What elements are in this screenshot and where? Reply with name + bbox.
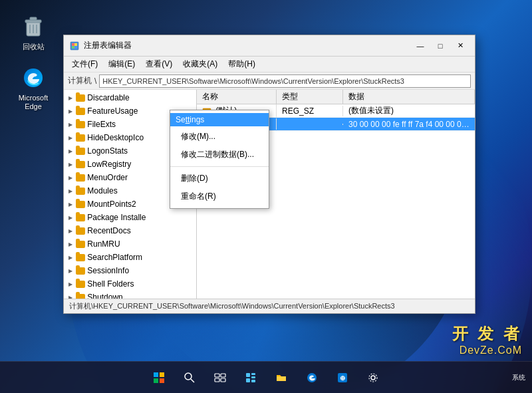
close-button[interactable]: ✕ bbox=[451, 39, 469, 53]
col-type: 类型 bbox=[277, 90, 343, 104]
desktop-icons-container: 回收站 MicrosoftEdge bbox=[13, 13, 53, 112]
svg-rect-7 bbox=[72, 43, 74, 46]
ctx-item-delete[interactable]: 删除(D) bbox=[170, 170, 269, 188]
context-menu: Settings 修改(M)... 修改二进制数据(B)... 删除(D) 重命… bbox=[170, 110, 269, 209]
svg-point-31 bbox=[307, 373, 317, 382]
regedit-window: 注册表编辑器 — □ ✕ 文件(F) 编辑(E) 查看(V) 收藏夹(A) 帮助… bbox=[63, 35, 475, 314]
tree-item-shellfolders[interactable]: ▶ Shell Folders bbox=[64, 277, 196, 291]
svg-rect-28 bbox=[246, 378, 250, 382]
window-title: 注册表编辑器 bbox=[84, 40, 411, 51]
svg-rect-1 bbox=[25, 20, 41, 23]
taskbar: ⊕ 系统 bbox=[0, 361, 532, 393]
svg-point-35 bbox=[369, 374, 377, 382]
recycle-bin-icon[interactable]: 回收站 bbox=[13, 13, 53, 51]
value-type-default: REG_SZ bbox=[277, 106, 343, 116]
dev-top-text: 开 发 者 bbox=[452, 323, 522, 344]
developer-watermark: 开 发 者 DevZe.CoM bbox=[452, 323, 522, 356]
tree-item-runmru[interactable]: ▶ RunMRU bbox=[64, 237, 196, 251]
menu-file[interactable]: 文件(F) bbox=[66, 57, 103, 71]
taskbar-center: ⊕ bbox=[146, 364, 386, 391]
ctx-item-modify-binary[interactable]: 修改二进制数据(B)... bbox=[170, 146, 269, 164]
svg-rect-25 bbox=[246, 373, 250, 377]
svg-rect-27 bbox=[251, 376, 255, 378]
svg-rect-15 bbox=[154, 372, 158, 377]
widgets-button[interactable] bbox=[237, 364, 264, 391]
window-controls: — □ ✕ bbox=[411, 39, 469, 53]
store-button[interactable]: ⊕ bbox=[329, 364, 356, 391]
expand-arrow: ▶ bbox=[66, 94, 74, 102]
svg-rect-8 bbox=[74, 43, 77, 46]
svg-rect-9 bbox=[72, 46, 74, 49]
svg-point-34 bbox=[371, 376, 375, 380]
menu-help[interactable]: 帮助(H) bbox=[223, 57, 261, 71]
svg-rect-29 bbox=[251, 380, 255, 382]
menu-favorites[interactable]: 收藏夹(A) bbox=[178, 57, 223, 71]
maximize-button[interactable]: □ bbox=[431, 39, 450, 53]
address-label: 计算机 bbox=[68, 75, 92, 86]
menu-view[interactable]: 查看(V) bbox=[140, 57, 178, 71]
col-data: 数据 bbox=[343, 90, 475, 104]
content-area: ▶ Discardable ▶ FeatureUsage ▶ FileExts … bbox=[64, 90, 475, 299]
value-type-settings bbox=[277, 124, 343, 125]
svg-rect-22 bbox=[221, 374, 225, 377]
regedit-window-icon bbox=[69, 41, 80, 51]
svg-rect-16 bbox=[160, 372, 164, 377]
tree-item-searchplatform[interactable]: ▶ SearchPlatform bbox=[64, 251, 196, 264]
svg-text:⊕: ⊕ bbox=[340, 374, 345, 382]
tree-item-shutdown[interactable]: ▶ Shutdown bbox=[64, 291, 196, 299]
svg-rect-24 bbox=[221, 378, 225, 382]
edge-label: MicrosoftEdge bbox=[19, 94, 49, 111]
svg-point-19 bbox=[185, 373, 192, 380]
start-button[interactable] bbox=[146, 364, 172, 391]
ctx-item-modify[interactable]: 修改(M)... bbox=[170, 128, 269, 146]
status-bar: 计算机\HKEY_CURRENT_USER\Software\Microsoft… bbox=[64, 299, 475, 313]
svg-rect-23 bbox=[215, 378, 219, 382]
value-data-settings: 30 00 00 00 fe ff ff 7a f4 00 00 03 00 0… bbox=[343, 119, 475, 130]
menu-bar: 文件(F) 编辑(E) 查看(V) 收藏夹(A) 帮助(H) bbox=[64, 57, 475, 72]
tree-item-packageinstall[interactable]: ▶ Package Installe bbox=[64, 211, 196, 224]
title-bar: 注册表编辑器 — □ ✕ bbox=[64, 35, 475, 57]
taskbar-time: 系统 bbox=[512, 373, 525, 382]
ctx-separator-1 bbox=[170, 166, 269, 167]
menu-edit[interactable]: 编辑(E) bbox=[103, 57, 140, 71]
address-path-input[interactable] bbox=[99, 74, 471, 88]
tree-item-recentdocs[interactable]: ▶ RecentDocs bbox=[64, 224, 196, 237]
taskbar-right: 系统 bbox=[512, 373, 525, 382]
tree-item-discardable[interactable]: ▶ Discardable bbox=[64, 91, 196, 104]
svg-rect-10 bbox=[74, 46, 77, 49]
ctx-item-settings-highlight: Settings bbox=[170, 113, 269, 126]
col-name: 名称 bbox=[197, 90, 277, 104]
tree-item-sessioninfo[interactable]: ▶ SessionInfo bbox=[64, 264, 196, 277]
settings-button[interactable] bbox=[360, 364, 386, 391]
svg-rect-2 bbox=[30, 17, 37, 20]
svg-rect-17 bbox=[154, 378, 158, 383]
values-header: 名称 类型 数据 bbox=[197, 90, 475, 104]
svg-line-20 bbox=[191, 379, 194, 382]
taskview-button[interactable] bbox=[207, 364, 233, 391]
taskbar-edge-button[interactable] bbox=[299, 364, 325, 391]
recycle-bin-label: 回收站 bbox=[23, 43, 45, 51]
desktop: 回收站 MicrosoftEdge bbox=[0, 0, 532, 393]
explorer-button[interactable] bbox=[268, 364, 295, 391]
minimize-button[interactable]: — bbox=[411, 39, 430, 53]
folder-icon bbox=[76, 94, 85, 102]
search-button[interactable] bbox=[176, 364, 203, 391]
dev-bottom-text: DevZe.CoM bbox=[452, 344, 522, 356]
svg-rect-18 bbox=[160, 378, 164, 383]
svg-rect-26 bbox=[251, 373, 255, 375]
ctx-item-rename[interactable]: 重命名(R) bbox=[170, 188, 269, 205]
status-text: 计算机\HKEY_CURRENT_USER\Software\Microsoft… bbox=[69, 301, 395, 311]
edge-icon[interactable]: MicrosoftEdge bbox=[13, 65, 53, 111]
svg-rect-21 bbox=[215, 374, 219, 377]
value-data-default: (数值未设置) bbox=[343, 104, 475, 117]
svg-rect-30 bbox=[277, 376, 286, 381]
address-bar: 计算机 \ bbox=[64, 72, 475, 90]
